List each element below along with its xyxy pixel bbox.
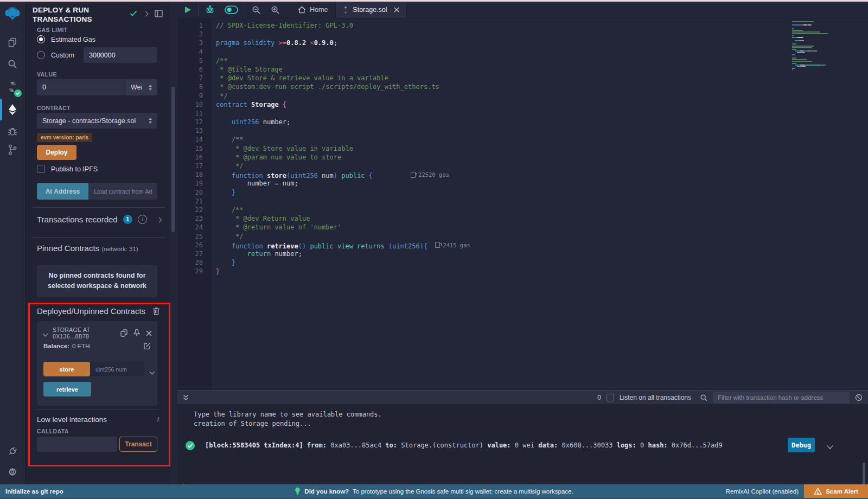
clear-console-icon[interactable]: [855, 394, 863, 401]
copilot-toggle[interactable]: [220, 2, 243, 18]
code-line[interactable]: 15 * @dev Store value in variable: [177, 144, 868, 153]
line-number[interactable]: 23: [177, 214, 212, 223]
line-number[interactable]: 22: [177, 206, 212, 214]
code-line[interactable]: 25 */: [177, 232, 868, 241]
line-number[interactable]: 24: [177, 223, 212, 232]
line-number[interactable]: 16: [177, 153, 212, 162]
store-function-button[interactable]: store: [43, 362, 90, 376]
estimated-gas-option[interactable]: Estimated Gas: [37, 35, 95, 43]
expand-log-icon[interactable]: [828, 442, 832, 450]
transaction-log-row[interactable]: [block:5583405 txIndex:4] from: 0xa03...…: [185, 437, 830, 454]
code-line[interactable]: 6 * @title Storage: [177, 65, 868, 74]
line-number[interactable]: 15: [177, 144, 212, 153]
line-number[interactable]: 14: [177, 135, 212, 144]
code-line[interactable]: 4: [177, 48, 868, 56]
code-line[interactable]: 19 number = num;: [177, 179, 868, 188]
plugin-manager-icon[interactable]: [0, 442, 25, 460]
code-line[interactable]: 1// SPDX-License-Identifier: GPL-3.0: [177, 21, 868, 30]
code-line[interactable]: 21: [177, 197, 868, 206]
code-line[interactable]: 10contract Storage {: [177, 100, 868, 109]
chevron-right-icon[interactable]: [141, 9, 150, 18]
custom-gas-radio[interactable]: [37, 51, 45, 59]
code-line[interactable]: 11: [177, 109, 868, 118]
edit-balance-icon[interactable]: [144, 342, 151, 349]
code-line[interactable]: 20 }: [177, 188, 868, 197]
code-line[interactable]: 28 }: [177, 258, 868, 267]
line-number[interactable]: 8: [177, 82, 212, 91]
code-line[interactable]: 18 function store(uint256 num) public {2…: [177, 170, 868, 179]
debugger-icon[interactable]: [0, 122, 25, 140]
line-number[interactable]: 21: [177, 197, 212, 206]
pin-contract-icon[interactable]: [133, 329, 140, 337]
custom-gas-option[interactable]: Custom: [37, 51, 74, 59]
run-script-icon[interactable]: [177, 2, 196, 18]
estimated-gas-radio[interactable]: [37, 35, 45, 43]
line-number[interactable]: 7: [177, 74, 212, 82]
expand-args-icon[interactable]: [150, 366, 154, 376]
line-number[interactable]: 5: [177, 56, 212, 65]
line-number[interactable]: 6: [177, 65, 212, 74]
contract-instance-row[interactable]: STORAGE AT 0X136...8B78: [43, 327, 152, 340]
code-line[interactable]: 5/**: [177, 56, 868, 65]
value-unit-select[interactable]: Wei: [125, 79, 157, 95]
scam-alert-button[interactable]: Scam Alert: [804, 484, 868, 498]
terminal-output[interactable]: Type the library name to see available c…: [177, 404, 868, 484]
git-icon[interactable]: [0, 140, 25, 159]
code-line[interactable]: 24 * @return value of 'number': [177, 223, 868, 232]
code-line[interactable]: 27 return number;: [177, 250, 868, 258]
zoom-out-icon[interactable]: [247, 2, 266, 18]
code-line[interactable]: 29}: [177, 267, 868, 276]
debug-button[interactable]: Debug: [788, 438, 815, 452]
line-number[interactable]: 2: [177, 30, 212, 39]
remix-logo[interactable]: [4, 5, 21, 22]
line-number[interactable]: 11: [177, 109, 212, 118]
tab-home[interactable]: Home: [290, 2, 335, 18]
code-line[interactable]: 26 function retrieve() public view retur…: [177, 241, 868, 250]
info-icon[interactable]: i: [138, 215, 147, 224]
publish-ipfs-option[interactable]: Publish to IPFS: [37, 165, 98, 173]
code-line[interactable]: 14 /**: [177, 135, 868, 144]
line-number[interactable]: 27: [177, 250, 212, 258]
publish-ipfs-checkbox[interactable]: [37, 165, 45, 173]
calldata-input[interactable]: [37, 437, 117, 452]
line-number[interactable]: 20: [177, 188, 212, 197]
settings-icon[interactable]: [0, 463, 25, 481]
code-line[interactable]: 17 */: [177, 162, 868, 170]
info-icon[interactable]: i: [157, 415, 159, 424]
code-line[interactable]: 12 uint256 number;: [177, 118, 868, 126]
code-editor[interactable]: 1// SPDX-License-Identifier: GPL-3.023pr…: [177, 21, 868, 390]
code-line[interactable]: 8 * @custom:dev-run-script ./scripts/dep…: [177, 82, 868, 91]
deploy-button[interactable]: Deploy: [37, 145, 76, 160]
solidity-compiler-icon[interactable]: [0, 78, 25, 96]
deploy-run-icon[interactable]: [0, 100, 25, 119]
line-number[interactable]: 9: [177, 92, 212, 100]
at-address-button[interactable]: At Address: [37, 183, 88, 200]
search-terminal-icon[interactable]: [700, 394, 707, 401]
code-line[interactable]: 9 */: [177, 92, 868, 100]
gas-limit-input[interactable]: [84, 47, 157, 63]
line-number[interactable]: 17: [177, 162, 212, 170]
listen-all-checkbox[interactable]: [607, 394, 614, 401]
line-number[interactable]: 28: [177, 258, 212, 267]
git-init-button[interactable]: Initialize as git repo: [0, 488, 63, 495]
code-line[interactable]: 3pragma solidity >=0.8.2 <0.9.0;: [177, 39, 868, 47]
code-line[interactable]: 2: [177, 30, 868, 39]
line-number[interactable]: 25: [177, 232, 212, 241]
minimap[interactable]: [792, 21, 852, 71]
contract-select[interactable]: Storage - contracts/Storage.sol: [37, 113, 157, 129]
file-explorer-icon[interactable]: [0, 33, 25, 52]
pin-panel-icon[interactable]: [154, 9, 163, 18]
expand-transactions-icon[interactable]: [157, 214, 161, 224]
line-number[interactable]: 10: [177, 100, 212, 109]
line-number[interactable]: 4: [177, 48, 212, 56]
code-line[interactable]: 13: [177, 126, 868, 135]
code-line[interactable]: 7 * @dev Store & retrieve value in a var…: [177, 74, 868, 82]
zoom-in-icon[interactable]: [266, 2, 285, 18]
trash-icon[interactable]: [152, 307, 160, 315]
line-number[interactable]: 13: [177, 126, 212, 135]
at-address-input[interactable]: [88, 183, 157, 200]
line-number[interactable]: 1: [177, 21, 212, 30]
copilot-status[interactable]: RemixAI Copilot (enabled): [726, 484, 799, 498]
remove-contract-icon[interactable]: [146, 330, 152, 336]
line-number[interactable]: 3: [177, 39, 212, 47]
